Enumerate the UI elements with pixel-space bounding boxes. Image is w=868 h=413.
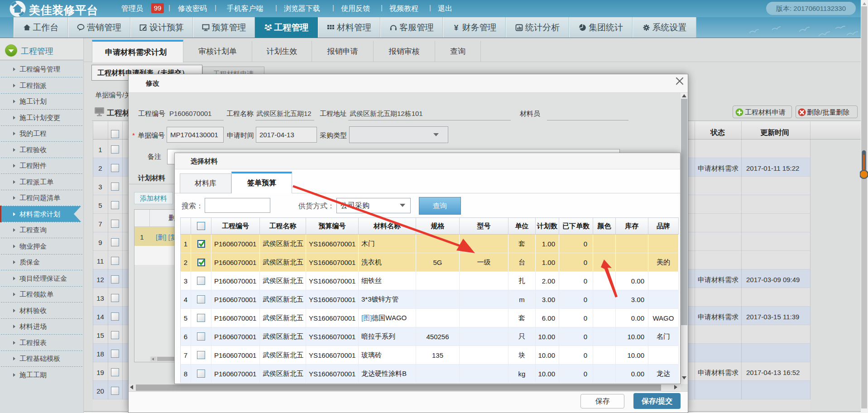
svg-text:¥: ¥ [454,24,458,31]
